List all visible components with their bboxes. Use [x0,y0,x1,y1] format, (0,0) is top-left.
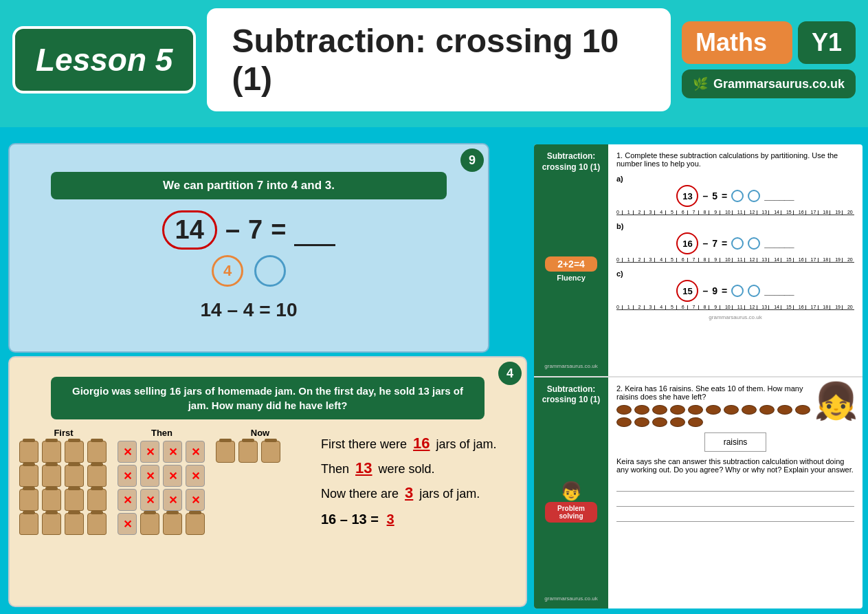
minus-sign: – [225,215,240,245]
eq-c: = [722,285,727,296]
girl-figure: 👧 [814,383,858,419]
circle-16: 16 [676,232,698,254]
eq-b: = [722,238,727,249]
raisin [652,417,667,427]
question-b: b) 16 – 7 = ______ 0 1 2 [616,222,854,263]
jar [19,489,38,511]
jar-crossed: ✕ [118,513,137,535]
raisin [706,405,721,415]
jar [42,465,61,487]
jar-crossed: ✕ [118,441,137,463]
small-c3 [731,237,744,250]
y1-badge: Y1 [798,21,856,64]
nl-b: 0 1 2 3 4 5 6 7 8 [616,257,854,263]
jar [87,465,107,487]
now-label: Now [216,428,304,438]
number-14: 14 [162,210,217,250]
answer-box: raisins [704,432,766,452]
line3-end: jars of jam. [419,487,480,501]
jar [19,465,38,487]
line2-end: were sold. [379,462,435,476]
final-equation: 16 – 13 = 3 [321,512,509,527]
title-box: Subtraction: crossing 10 (1) [207,8,670,111]
circle-15: 15 [676,280,698,302]
think-text: Keira says she can answer this subtracti… [616,457,854,474]
jar-story-area: First Then [10,428,526,537]
maths-badge: Maths [682,21,792,64]
jar [42,513,61,535]
jar [261,441,280,463]
grammar-logo-bottom: grammarsaurus.co.uk [544,595,597,602]
fluency-section: 2+2=4 Fluency [545,256,597,282]
line1-end: jars of jam. [436,437,497,451]
nl-a: 0 1 2 3 4 5 6 7 8 [616,210,854,215]
story-text: First there were 16 jars of jam. Then 13… [314,428,516,537]
slide-9: 9 We can partition 7 into 4 and 3. 14 – … [8,143,489,353]
raisin [634,417,649,427]
q-c-label: c) [616,270,854,278]
raisin [616,405,632,415]
minus-5: – [702,190,708,201]
equals-sign: = [271,215,286,245]
line1-text: First there were [321,437,407,451]
jar-crossed: ✕ [186,441,205,463]
slide-number-4: 4 [498,362,522,385]
lesson-badge: Lesson 5 [12,26,196,94]
right-badges: Maths Y1 🌿 Grammarsaurus.co.uk [682,21,856,98]
jar [186,513,205,535]
small-c1 [731,190,744,202]
small-c4 [748,237,760,250]
problem-section: 👦 Problem solving [545,481,597,523]
jars-now [216,441,304,463]
line2-text: Then [321,462,349,476]
slide-number-9: 9 [460,149,484,172]
final-val: 3 [387,512,394,527]
raisin [688,405,703,415]
story-line-3: Now there are 3 jars of jam. [321,484,509,502]
q-a-circles: 13 – 5 = ______ [616,185,854,207]
ws-subject-top: Subtraction: crossing 10 (1) [539,151,603,173]
problem-badge: Problem solving [545,502,597,523]
answer-section: raisins [616,432,854,452]
jar [87,441,107,463]
writing-line [616,509,854,522]
jar [65,441,84,463]
jar [19,441,38,463]
jar-crossed: ✕ [186,465,205,487]
circle-13: 13 [676,185,698,207]
writing-line [616,479,854,492]
grammar-icon: 🌿 [693,76,708,91]
small-c2 [748,190,760,202]
worksheet-panel: Subtraction: crossing 10 (1) 2+2=4 Fluen… [534,144,863,608]
jar [42,489,61,511]
maths-y1-row: Maths Y1 [682,21,856,64]
jar [65,513,84,535]
result-equation: 14 – 4 = 10 [10,299,488,321]
raisin [777,405,792,415]
jar-crossed: ✕ [140,465,159,487]
number-7: 7 [248,215,263,245]
val1: 16 [413,435,430,452]
jar-crossed: ✕ [118,465,137,487]
raisin [759,405,775,415]
seven: 7 [712,238,717,249]
maths-label: Maths [695,28,767,57]
five: 5 [712,190,717,201]
boy-icon: 👦 [545,481,597,502]
minus-7: – [702,238,708,249]
jar [19,513,38,535]
story-banner: Giorgio was selling 16 jars of homemade … [51,377,485,419]
line3-text: Now there are [321,487,399,501]
equation-area: 14 – 7 = [10,210,488,250]
blank-answer [294,215,335,246]
writing-lines [616,479,854,522]
story-line-2: Then 13 were sold. [321,459,509,477]
raisin [795,405,810,415]
partition-circles: 4 [10,255,488,287]
nine: 9 [712,285,717,296]
story-line-1: First there were 16 jars of jam. [321,435,509,452]
jar-group-then: Then ✕ ✕ ✕ ✕ ✕ ✕ ✕ ✕ ✕ ✕ ✕ ✕ ✕ [118,428,206,537]
q-b-circles: 16 – 7 = ______ [616,232,854,254]
fluency-number: 2+2=4 [549,259,593,269]
jar-crossed: ✕ [140,441,159,463]
